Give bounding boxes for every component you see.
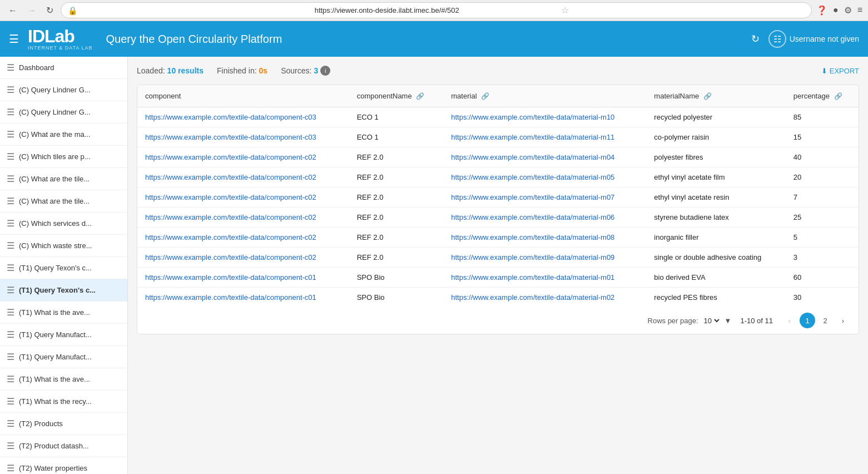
cell-material-5[interactable]: https://www.example.com/textile-data/mat… xyxy=(443,208,646,228)
forward-button[interactable]: → xyxy=(24,4,39,17)
cell-percentage-2: 40 xyxy=(786,147,859,167)
app-refresh-button[interactable]: ↻ xyxy=(751,33,760,45)
col-componentname-link-icon: 🔗 xyxy=(416,92,424,100)
cell-material-8[interactable]: https://www.example.com/textile-data/mat… xyxy=(443,268,646,288)
sidebar-item-13[interactable]: ☰ (T1) Query Manufact... xyxy=(0,346,127,368)
export-button[interactable]: ⬇ EXPORT xyxy=(821,67,859,75)
hamburger-menu[interactable]: ☰ xyxy=(9,32,19,46)
sidebar-item-5[interactable]: ☰ (C) What are the tile... xyxy=(0,168,127,190)
cell-component-0[interactable]: https://www.example.com/textile-data/com… xyxy=(137,107,349,127)
user-area[interactable]: ☷ Username not given xyxy=(768,30,859,48)
sidebar-item-12[interactable]: ☰ (T1) Query Manufact... xyxy=(0,324,127,346)
cell-material-2[interactable]: https://www.example.com/textile-data/mat… xyxy=(443,147,646,167)
sidebar-icon-16: ☰ xyxy=(7,418,14,429)
cell-percentage-7: 3 xyxy=(786,248,859,268)
cell-material-3[interactable]: https://www.example.com/textile-data/mat… xyxy=(443,167,646,187)
sources-info-icon[interactable]: i xyxy=(320,66,330,76)
data-table: component componentName 🔗 material 🔗 mat… xyxy=(137,85,859,307)
extensions-icon[interactable]: ⚙ xyxy=(844,5,852,16)
cell-material-1[interactable]: https://www.example.com/textile-data/mat… xyxy=(443,127,646,147)
sidebar-item-15[interactable]: ☰ (T1) What is the recy... xyxy=(0,391,127,413)
sidebar-item-6[interactable]: ☰ (C) What are the tile... xyxy=(0,190,127,213)
cell-material-4[interactable]: https://www.example.com/textile-data/mat… xyxy=(443,187,646,208)
sidebar-icon-17: ☰ xyxy=(7,441,14,451)
sidebar-item-2[interactable]: ☰ (C) Query Lindner G... xyxy=(0,101,127,124)
sidebar-item-11[interactable]: ☰ (T1) What is the ave... xyxy=(0,302,127,324)
sidebar-item-7[interactable]: ☰ (C) Which services d... xyxy=(0,213,127,235)
back-button[interactable]: ← xyxy=(6,4,20,17)
browser-chrome: ← → ↻ 🔒 https://viewer.onto-deside.ilabt… xyxy=(0,0,868,21)
table-row: https://www.example.com/textile-data/com… xyxy=(137,228,859,248)
cell-component-8[interactable]: https://www.example.com/textile-data/com… xyxy=(137,268,349,288)
table-header-row: component componentName 🔗 material 🔗 mat… xyxy=(137,85,859,107)
cell-percentage-3: 20 xyxy=(786,167,859,187)
table-row: https://www.example.com/textile-data/com… xyxy=(137,268,859,288)
cell-componentname-9: SPO Bio xyxy=(349,288,444,308)
pagination-row: Rows per page: 10 25 50 ▼ 1-10 of 11 ‹ 1… xyxy=(137,307,859,334)
cell-component-2[interactable]: https://www.example.com/textile-data/com… xyxy=(137,147,349,167)
cell-percentage-4: 7 xyxy=(786,187,859,208)
rows-per-page-select[interactable]: 10 25 50 xyxy=(702,316,721,325)
address-bar[interactable]: 🔒 https://viewer.onto-deside.ilabt.imec.… xyxy=(61,2,812,18)
col-material-link-icon: 🔗 xyxy=(481,92,489,100)
sidebar-label-8: (C) Which waste stre... xyxy=(19,241,92,250)
sidebar-item-18[interactable]: ☰ (T2) Water properties xyxy=(0,457,127,474)
cell-componentname-4: REF 2.0 xyxy=(349,187,444,208)
cell-percentage-5: 25 xyxy=(786,208,859,228)
sidebar-item-1[interactable]: ☰ (C) Query Lindner G... xyxy=(0,79,127,101)
sidebar-icon-9: ☰ xyxy=(7,263,14,273)
table-row: https://www.example.com/textile-data/com… xyxy=(137,127,859,147)
cell-component-4[interactable]: https://www.example.com/textile-data/com… xyxy=(137,187,349,208)
cell-component-6[interactable]: https://www.example.com/textile-data/com… xyxy=(137,228,349,248)
sidebar-item-17[interactable]: ☰ (T2) Product datash... xyxy=(0,435,127,457)
url-text: https://viewer.onto-deside.ilabt.imec.be… xyxy=(315,6,558,14)
sidebar-item-3[interactable]: ☰ (C) What are the ma... xyxy=(0,124,127,146)
cell-materialname-5: styrene butadiene latex xyxy=(646,208,785,228)
sidebar-item-4[interactable]: ☰ (C) Which tiles are p... xyxy=(0,146,127,168)
sidebar-item-8[interactable]: ☰ (C) Which waste stre... xyxy=(0,235,127,257)
sidebar-label-17: (T2) Product datash... xyxy=(19,442,89,450)
cell-materialname-1: co-polymer raisin xyxy=(646,127,785,147)
cell-component-5[interactable]: https://www.example.com/textile-data/com… xyxy=(137,208,349,228)
page-2-button[interactable]: 2 xyxy=(817,313,833,328)
next-page-button[interactable]: › xyxy=(835,313,851,328)
cell-component-7[interactable]: https://www.example.com/textile-data/com… xyxy=(137,248,349,268)
sidebar-icon-0: ☰ xyxy=(7,62,14,73)
cell-componentname-8: SPO Bio xyxy=(349,268,444,288)
sidebar-icon-14: ☰ xyxy=(7,374,14,384)
sidebar-item-10[interactable]: ☰ (T1) Query Texon's c... xyxy=(0,279,127,302)
col-percentage-link-icon: 🔗 xyxy=(834,92,842,100)
sidebar-item-14[interactable]: ☰ (T1) What is the ave... xyxy=(0,368,127,391)
refresh-button[interactable]: ↻ xyxy=(43,4,56,17)
cell-percentage-9: 30 xyxy=(786,288,859,308)
table-row: https://www.example.com/textile-data/com… xyxy=(137,147,859,167)
sidebar-item-16[interactable]: ☰ (T2) Products xyxy=(0,413,127,435)
page-1-button[interactable]: 1 xyxy=(800,313,815,328)
cell-material-9[interactable]: https://www.example.com/textile-data/mat… xyxy=(443,288,646,308)
sidebar-icon-3: ☰ xyxy=(7,129,14,140)
sidebar-item-0[interactable]: ☰ Dashboard xyxy=(0,57,127,79)
sidebar-label-2: (C) Query Lindner G... xyxy=(19,108,91,116)
loaded-label: Loaded: xyxy=(137,66,165,75)
cell-componentname-2: REF 2.0 xyxy=(349,147,444,167)
cell-material-6[interactable]: https://www.example.com/textile-data/mat… xyxy=(443,228,646,248)
profile-icon[interactable]: ● xyxy=(833,5,839,16)
table-row: https://www.example.com/textile-data/com… xyxy=(137,107,859,127)
pocket-icon[interactable]: ❓ xyxy=(816,5,827,16)
sidebar-label-13: (T1) Query Manufact... xyxy=(19,353,92,361)
sidebar-label-16: (T2) Products xyxy=(19,419,63,428)
cell-material-0[interactable]: https://www.example.com/textile-data/mat… xyxy=(443,107,646,127)
prev-page-button[interactable]: ‹ xyxy=(782,313,797,328)
menu-icon[interactable]: ≡ xyxy=(857,5,862,16)
sidebar-item-9[interactable]: ☰ (T1) Query Texon's c... xyxy=(0,257,127,279)
cell-component-3[interactable]: https://www.example.com/textile-data/com… xyxy=(137,167,349,187)
cell-component-9[interactable]: https://www.example.com/textile-data/com… xyxy=(137,288,349,308)
sidebar-icon-5: ☰ xyxy=(7,174,14,184)
cell-component-1[interactable]: https://www.example.com/textile-data/com… xyxy=(137,127,349,147)
sidebar-label-18: (T2) Water properties xyxy=(19,464,87,472)
rows-per-page: Rows per page: 10 25 50 ▼ xyxy=(648,316,732,325)
logo-text: IDLab xyxy=(28,27,93,45)
cell-material-7[interactable]: https://www.example.com/textile-data/mat… xyxy=(443,248,646,268)
cell-percentage-6: 5 xyxy=(786,228,859,248)
finished-stat: Finished in: 0s xyxy=(217,66,267,75)
